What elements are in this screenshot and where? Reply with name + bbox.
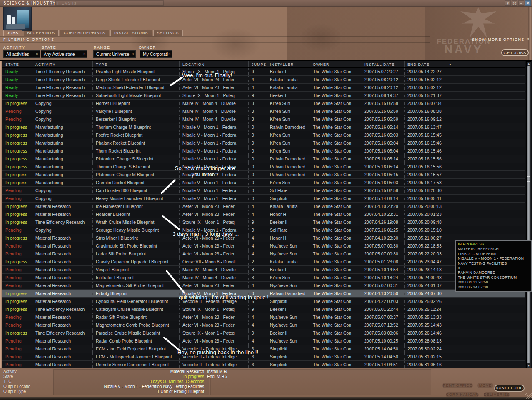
column-header-jumps[interactable]: JUMPS — [249, 61, 267, 68]
table-row[interactable]: In progressManufacturingGremlin Rocket B… — [2, 179, 525, 187]
window-titlebar[interactable]: SCIENCE & INDUSTRY ITEMS [3] ✳ ◎ − ✕ — [0, 0, 532, 7]
table-row[interactable]: In progressMaterial ResearchIce Harveste… — [2, 202, 525, 210]
table-row[interactable]: In progressManufacturingThorn Rocket Blu… — [2, 147, 525, 155]
cell-activity: Manufacturing — [32, 131, 93, 139]
rent-office-button[interactable]: RENT OFFICE — [442, 382, 473, 388]
cell-filler — [454, 163, 525, 170]
table-row[interactable]: PendingMaterial ResearchRemote Sensor Da… — [2, 361, 525, 368]
cell-state: Pending — [2, 353, 32, 360]
table-row[interactable]: In progressTime Efficiency ResearchWrath… — [2, 218, 525, 226]
get-jobs-button[interactable]: GET JOBS — [501, 49, 529, 56]
scrollbar-grip — [527, 176, 530, 182]
vertical-scrollbar[interactable]: ▲ ▼ — [526, 61, 531, 368]
cell-install-date: 2007.05.01 23:08 — [361, 258, 405, 265]
footer-value-install-m-e: 0 — [208, 369, 227, 374]
table-row[interactable]: In progressManufacturingPlutonium Charge… — [2, 155, 525, 163]
cell-owner: The White Star Con — [310, 305, 361, 313]
tooltip-line: MATERIAL RESEARCH — [458, 247, 529, 251]
filter-dropdown-range[interactable]: Current Universe» — [93, 50, 136, 58]
cell-owner: The White Star Con — [310, 282, 361, 289]
scrollbar-thumb[interactable] — [527, 66, 530, 363]
column-header-location[interactable]: LOCATION — [180, 61, 249, 68]
cell-install-date: 2007.05.16 05:04 — [361, 147, 405, 155]
table-row[interactable]: PendingMaterial ResearchMagnetometric Si… — [2, 282, 525, 290]
table-row[interactable]: In progressMaterial ResearchCynosural Fi… — [2, 298, 525, 305]
cell-end-date: 2007.05.19 05:41 — [405, 195, 454, 202]
table-row[interactable]: PendingMaterial ResearchECM - Multispect… — [2, 353, 525, 361]
help-icon[interactable]: ◎ — [512, 0, 517, 6]
table-row[interactable]: PendingCopyingHeavy Missile Launcher I B… — [2, 195, 525, 202]
tab-corp-blueprints[interactable]: CORP BLUEPRINTS — [60, 30, 109, 36]
cell-activity: Copying — [32, 195, 93, 202]
cell-installer: Beeker II — [267, 218, 310, 226]
move-button[interactable]: MOVE — [477, 382, 493, 388]
table-row[interactable]: PendingMaterial ResearchInfiltrator I Bl… — [2, 274, 525, 282]
table-row[interactable]: PendingCopyingBerserker I BlueprintMaire… — [2, 115, 525, 123]
table-row[interactable]: In progressMaterial ResearchHoarder Blue… — [2, 210, 525, 218]
resize-grip-icon[interactable] — [525, 393, 532, 399]
tab-jobs[interactable]: JOBS — [3, 30, 22, 36]
table-row[interactable]: In progressMaterial ResearchStrip Miner … — [2, 234, 525, 242]
table-row[interactable]: In progressManufacturingPhalanx Rocket B… — [2, 139, 525, 147]
table-row[interactable]: In progressManufacturingPlutonium Charge… — [2, 171, 525, 179]
table-row[interactable]: In progressManufacturingThorium Charge S… — [2, 163, 525, 171]
job-detail-footer: ActivityMaterial ResearchInstall M.E.0St… — [0, 368, 532, 397]
cell-activity: Copying — [32, 115, 93, 123]
table-row[interactable]: In progressMaterial ResearchFirbolg Blue… — [2, 290, 525, 298]
column-header-type[interactable]: TYPE — [93, 61, 180, 68]
table-row[interactable]: PendingMaterial ResearchMagnetometric Co… — [2, 321, 525, 329]
table-row[interactable]: In progressTime Efficiency ResearchCatac… — [2, 305, 525, 313]
table-row[interactable]: PendingMaterial ResearchLadar Sift Probe… — [2, 250, 525, 258]
show-more-options[interactable]: SHOW MORE OPTIONS » — [472, 37, 530, 42]
table-row[interactable]: PendingMaterial ResearchECM - Ion Field … — [2, 345, 525, 353]
close-icon[interactable]: ✕ — [525, 0, 531, 6]
cell-state: Pending — [2, 345, 32, 352]
tab-blueprints[interactable]: BLUEPRINTS — [24, 30, 59, 36]
table-row[interactable]: PendingCopyingScourge Heavy Missile Blue… — [2, 226, 525, 234]
cell-install-date: 2007.05.15 05:59 — [361, 108, 405, 115]
column-header-activity[interactable]: ACTIVITY — [32, 61, 93, 68]
filtering-options-header[interactable]: FILTERING OPTIONS — [3, 38, 55, 42]
table-row[interactable]: PendingMaterial ResearchRadar Comb Probe… — [2, 337, 525, 345]
cancel-job-button[interactable]: CANCEL JOB — [494, 385, 525, 392]
table-row[interactable]: In progressManufacturingFoxfire Rocket B… — [2, 131, 525, 139]
footer-value-output-locatio: Niballe V - Moon 1 - Federation Navy Tes… — [54, 384, 204, 389]
table-row[interactable]: PendingMaterial ResearchRadar Sift Probe… — [2, 313, 525, 321]
table-row[interactable]: ReadyTime Efficiency ResearchLarge Shiel… — [2, 76, 525, 84]
table-row[interactable]: PendingCopyingValkyrie I BlueprintMaire … — [2, 108, 525, 115]
column-header-owner[interactable]: OWNER — [310, 61, 361, 68]
column-header-install-date[interactable]: INSTALL DATE — [361, 61, 405, 68]
cell-jumps: 9 — [249, 305, 267, 313]
cell-end-date: 2007.05.21 06:27 — [405, 234, 454, 242]
cell-type: Sabretooth Light Missile Blueprint — [93, 92, 180, 99]
table-row[interactable]: In progressTime Efficiency ResearchParad… — [2, 329, 525, 337]
table-row[interactable]: In progressManufacturingThorium Charge M… — [2, 123, 525, 131]
table-row[interactable]: ReadyTime Efficiency ResearchPiranha Lig… — [2, 68, 525, 76]
table-row[interactable]: In progressCopyingHornet I BlueprintMair… — [2, 100, 525, 108]
table-row[interactable]: PendingCopyingCap Booster 800 BlueprintN… — [2, 187, 525, 195]
column-header-end-date[interactable]: END DATE▼ — [405, 61, 454, 68]
cell-activity: Material Research — [32, 250, 93, 258]
table-row[interactable]: PendingMaterial ResearchGravimetric Sift… — [2, 242, 525, 250]
cell-location: Stoure IX - Moon 1 - Poteq — [180, 68, 249, 75]
pin-icon[interactable]: ✳ — [505, 0, 511, 6]
table-row[interactable]: ReadyTime Efficiency ResearchMedium Shie… — [2, 84, 525, 92]
column-header-installer[interactable]: INSTALLER — [267, 61, 310, 68]
cell-jumps: 3 — [249, 274, 267, 281]
background-window-title[interactable]: ITEMS [3] — [55, 0, 164, 6]
table-row[interactable]: In progressMaterial ResearchGravity Capa… — [2, 258, 525, 266]
table-row[interactable]: ReadyTime Efficiency ResearchSabretooth … — [2, 92, 525, 100]
filter-dropdown-owner[interactable]: My Corporati» — [140, 50, 172, 58]
cell-activity: Copying — [32, 226, 93, 234]
tab-settings[interactable]: SETTINGS — [153, 30, 183, 36]
scroll-up-icon[interactable]: ▲ — [527, 62, 531, 66]
cell-state: Pending — [2, 115, 32, 123]
cell-owner: The White Star Con — [310, 187, 361, 194]
filter-dropdown-activity[interactable]: All activities» — [3, 50, 40, 58]
scroll-down-icon[interactable]: ▼ — [527, 364, 531, 368]
tab-installations[interactable]: INSTALLATIONS — [110, 30, 152, 36]
filter-dropdown-state[interactable]: Any Active state» — [41, 50, 87, 58]
column-header-state[interactable]: STATE — [2, 61, 32, 68]
table-row[interactable]: PendingMaterial ResearchVespa I Blueprin… — [2, 266, 525, 274]
minimize-icon[interactable]: − — [518, 0, 524, 6]
